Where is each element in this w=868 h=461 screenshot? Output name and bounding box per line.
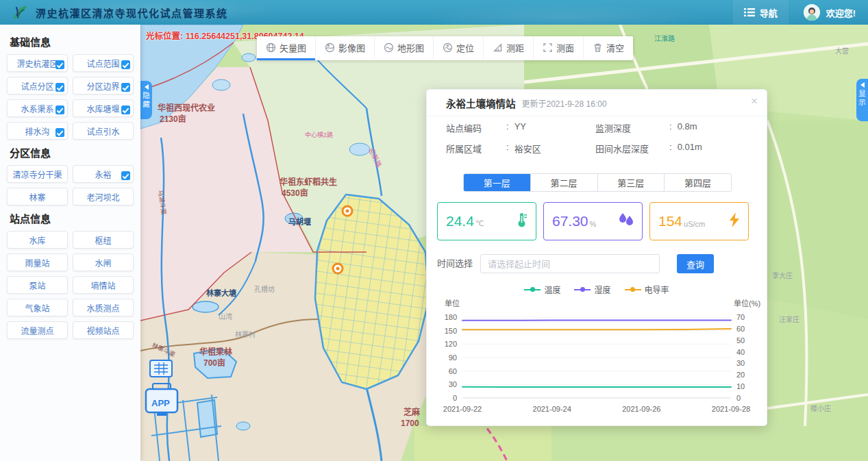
checkbox-checked-icon[interactable] (121, 83, 130, 92)
tab-layer-1[interactable]: 第一层 (464, 174, 530, 191)
sidebar-collapse-tab[interactable]: 隐藏 (140, 81, 152, 119)
svg-text:30: 30 (736, 359, 745, 367)
nav-label: 导航 (760, 6, 778, 19)
tab-layer-4[interactable]: 第四层 (664, 174, 731, 191)
map-label: 2130亩 (160, 114, 186, 124)
sidebar-item-label: 排水沟 (25, 125, 49, 137)
terrain-icon (384, 42, 394, 53)
vector-map-icon (266, 42, 276, 53)
info-row-3: 田间水层深度:0.01m (595, 142, 702, 155)
info-label: 监测深度 (595, 121, 669, 134)
sidebar-item-1-3[interactable]: 老河坝北 (73, 188, 134, 205)
sidebar-item-0-0[interactable]: 淠史杭灌区 (7, 54, 68, 72)
sidebar-item-2-6[interactable]: 气象站 (7, 299, 68, 316)
checkbox-checked-icon[interactable] (121, 171, 130, 180)
checkbox-checked-icon[interactable] (121, 60, 130, 69)
map-label: 4530亩 (282, 188, 308, 198)
svg-text:2021-09-22: 2021-09-22 (443, 405, 482, 413)
sidebar-item-2-4[interactable]: 泵站 (7, 276, 68, 294)
info-label: 所属区域 (446, 142, 506, 155)
sensor-value: 24.4 (446, 213, 474, 229)
legend-item-电导率[interactable]: 电导率 (625, 284, 669, 295)
close-icon[interactable]: × (751, 95, 758, 107)
svg-text:0: 0 (453, 394, 457, 402)
toolbar-item-4[interactable]: 测距 (483, 36, 533, 60)
collapse-tab-label: 隐藏 (141, 92, 151, 109)
sidebar-item-0-2[interactable]: 试点分区 (7, 77, 68, 95)
water-drops-icon (617, 212, 635, 231)
legend-item-温度[interactable]: 温度 (524, 284, 560, 295)
locate-icon (443, 42, 453, 53)
map-label: 华祖果林 (199, 347, 232, 357)
layer-panel-show-tab[interactable]: 显示 (856, 79, 868, 121)
sidebar-item-2-3[interactable]: 水闸 (73, 253, 134, 271)
sidebar-item-label: 视频站点 (86, 325, 119, 336)
sidebar-item-0-3[interactable]: 分区边界 (73, 77, 134, 95)
map-label: 李大庄 (772, 271, 793, 279)
svg-text:150: 150 (445, 327, 457, 335)
toolbar-item-2[interactable]: 地形图 (374, 36, 433, 60)
time-range-input[interactable] (480, 254, 660, 273)
sensor-card-1: 67.30% (543, 202, 643, 240)
sidebar-item-2-1[interactable]: 枢纽 (73, 231, 134, 249)
checkbox-checked-icon[interactable] (55, 128, 64, 137)
sidebar-item-label: 分区边界 (86, 80, 119, 92)
chart-legend: 温度湿度电导率 (427, 284, 767, 295)
measure-area-icon (543, 42, 553, 53)
checkbox-checked-icon[interactable] (121, 105, 130, 114)
popup-header: 永裕土壤墒情站 更新于2021-9-28 16:00 × (427, 90, 767, 116)
avatar[interactable] (804, 4, 820, 21)
sidebar-item-1-2[interactable]: 林寨 (7, 188, 68, 205)
nav-menu-button[interactable]: 导航 (733, 0, 789, 25)
tab-layer-3[interactable]: 第三层 (597, 174, 665, 191)
toolbar-item-label: 矢量图 (280, 41, 306, 54)
svg-text:2021-09-24: 2021-09-24 (533, 405, 571, 413)
sidebar-item-2-2[interactable]: 雨量站 (7, 253, 68, 271)
toolbar-item-3[interactable]: 定位 (433, 36, 483, 60)
svg-text:60: 60 (449, 367, 457, 375)
map-label: APP (151, 398, 170, 408)
map-label: 700亩 (203, 358, 225, 368)
sidebar-item-1-0[interactable]: 清凉寺分干渠 (7, 165, 68, 183)
sidebar-item-2-7[interactable]: 水质测点 (73, 299, 134, 316)
svg-text:30: 30 (449, 380, 457, 388)
sidebar-item-2-0[interactable]: 水库 (7, 231, 68, 249)
tab-layer-2[interactable]: 第二层 (530, 174, 597, 191)
sensor-card-0: 24.4℃ (437, 202, 536, 240)
info-colon: : (669, 121, 672, 134)
info-colon: : (669, 142, 672, 155)
checkbox-checked-icon[interactable] (55, 83, 64, 92)
sidebar-item-label: 水库 (29, 234, 45, 246)
toolbar-item-6[interactable]: 清空 (583, 36, 633, 60)
sidebar-item-label: 淠史杭灌区 (16, 58, 58, 69)
svg-text:单位: 单位 (445, 299, 460, 308)
legend-item-湿度[interactable]: 湿度 (574, 284, 610, 295)
sidebar-item-0-5[interactable]: 水库塘堰 (73, 99, 134, 117)
toolbar-item-5[interactable]: 测面 (533, 36, 583, 60)
popup-title: 永裕土壤墒情站 (446, 96, 516, 110)
sidebar-item-0-4[interactable]: 水系渠系 (7, 99, 68, 117)
svg-text:50: 50 (736, 336, 745, 345)
query-button[interactable]: 查询 (677, 254, 714, 273)
toolbar-item-0[interactable]: 矢量图 (257, 36, 315, 60)
sidebar-item-label: 试点引水 (86, 125, 119, 137)
sidebar-item-1-1[interactable]: 永裕 (73, 165, 134, 183)
toolbar-item-1[interactable]: 影像图 (315, 36, 374, 60)
sidebar-item-0-1[interactable]: 试点范围 (73, 54, 134, 72)
sidebar-item-label: 水质测点 (86, 302, 119, 314)
sidebar-item-0-7[interactable]: 试点引水 (73, 122, 134, 140)
sensor-card-2: 154uS/cm (649, 202, 749, 240)
checkbox-checked-icon[interactable] (55, 60, 64, 69)
collapse-arrow-icon (145, 84, 149, 90)
sidebar-item-2-5[interactable]: 墒情站 (73, 276, 134, 294)
info-value: 0.01m (678, 142, 702, 155)
sidebar-item-2-9[interactable]: 视频站点 (73, 321, 134, 339)
checkbox-checked-icon[interactable] (55, 105, 64, 114)
sidebar-item-label: 水系渠系 (21, 103, 53, 114)
sidebar-item-0-6[interactable]: 排水沟 (7, 122, 68, 140)
sidebar-item-2-8[interactable]: 流量测点 (7, 321, 68, 339)
map-label: 1700 (401, 419, 419, 428)
sidebar-item-label: 试点分区 (21, 80, 53, 92)
sidebar-item-label: 枢纽 (95, 234, 111, 246)
map-label: 大营 (835, 47, 849, 55)
